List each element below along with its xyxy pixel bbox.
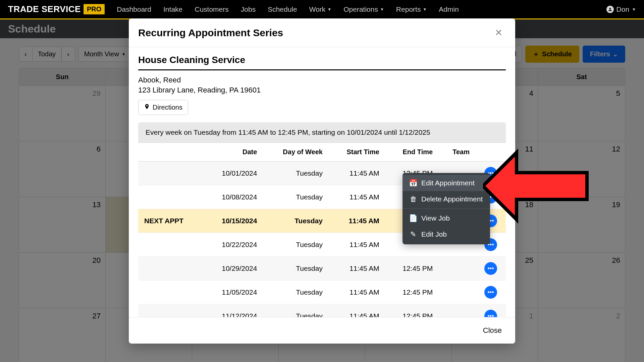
cell-dow: Tuesday <box>263 209 329 233</box>
nav-link-intake[interactable]: Intake <box>163 5 182 13</box>
modal-footer: Close <box>129 317 515 344</box>
col-date: Date <box>203 143 263 162</box>
next-appt-cell <box>138 257 203 281</box>
modal-close-button[interactable]: ✕ <box>491 26 506 40</box>
table-row: 10/29/2024Tuesday11:45 AM12:45 PM••• <box>138 257 506 281</box>
close-button[interactable]: Close <box>479 324 506 337</box>
nav-link-schedule[interactable]: Schedule <box>268 5 297 13</box>
cell-dow: Tuesday <box>263 233 329 257</box>
next-appt-cell <box>138 233 203 257</box>
brand-pro: PRO <box>84 4 105 14</box>
dropdown-item-edit-job[interactable]: ✎Edit Job <box>402 226 490 242</box>
user-icon <box>606 6 614 13</box>
ellipsis-icon: ••• <box>488 313 494 317</box>
col-blank <box>138 143 203 162</box>
brand-text: TRADE SERVICE <box>8 4 81 14</box>
table-row: 11/05/2024Tuesday11:45 AM12:45 PM••• <box>138 281 506 304</box>
row-action-dropdown: 📅Edit Appointment🗑Delete Appointment📄Vie… <box>402 173 490 244</box>
cell-dow: Tuesday <box>263 281 329 304</box>
nav-link-dashboard[interactable]: Dashboard <box>117 5 151 13</box>
ellipsis-icon: ••• <box>488 265 494 272</box>
top-nav: TRADE SERVICE PRO DashboardIntakeCustome… <box>0 0 644 19</box>
row-menu-button[interactable]: ••• <box>484 310 497 317</box>
trash-icon: 🗑 <box>410 195 417 203</box>
nav-link-jobs[interactable]: Jobs <box>241 5 256 13</box>
cell-dow: Tuesday <box>263 185 329 209</box>
cell-date: 10/01/2024 <box>203 162 263 185</box>
cell-date: 11/12/2024 <box>203 304 263 317</box>
next-appt-cell <box>138 185 203 209</box>
cell-end: 12:45 PM <box>385 257 439 281</box>
cell-date: 10/15/2024 <box>203 209 263 233</box>
dropdown-divider <box>402 208 490 209</box>
cell-start: 11:45 AM <box>329 162 385 185</box>
pencil-icon: ✎ <box>410 230 417 238</box>
col-end-time: End Time <box>385 143 439 162</box>
file-icon: 📄 <box>410 214 417 222</box>
dropdown-label: Delete Appointment <box>421 195 483 203</box>
col-start-time: Start Time <box>329 143 385 162</box>
nav-link-admin[interactable]: Admin <box>439 5 459 13</box>
dropdown-label: Edit Job <box>421 230 447 238</box>
customer-name: Abook, Reed <box>138 76 506 84</box>
cell-end: 12:45 PM <box>385 281 439 304</box>
table-row: 11/12/2024Tuesday11:45 AM12:45 PM••• <box>138 304 506 317</box>
nav-link-reports[interactable]: Reports▼ <box>396 5 427 13</box>
row-menu-button[interactable]: ••• <box>484 286 497 299</box>
cell-start: 11:45 AM <box>329 257 385 281</box>
cell-team <box>439 304 476 317</box>
row-menu-button[interactable]: ••• <box>484 262 497 275</box>
cell-date: 10/22/2024 <box>203 233 263 257</box>
cell-date: 10/08/2024 <box>203 185 263 209</box>
cell-actions: ••• <box>476 281 506 304</box>
cell-date: 10/29/2024 <box>203 257 263 281</box>
next-appt-cell <box>138 304 203 317</box>
chevron-down-icon: ▼ <box>327 7 331 12</box>
next-appt-cell: NEXT APPT <box>138 209 203 233</box>
nav-link-work[interactable]: Work▼ <box>309 5 332 13</box>
cell-actions: ••• <box>476 257 506 281</box>
ellipsis-icon: ••• <box>488 289 494 296</box>
close-label: Close <box>483 326 502 335</box>
nav-links: DashboardIntakeCustomersJobsScheduleWork… <box>117 5 459 13</box>
series-title: House Cleaning Service <box>138 55 506 70</box>
directions-button[interactable]: Directions <box>138 100 188 115</box>
brand: TRADE SERVICE PRO <box>8 4 105 14</box>
nav-user[interactable]: Don ▼ <box>606 5 636 13</box>
customer-address: 123 Library Lane, Reading, PA 19601 <box>138 86 506 95</box>
dropdown-item-edit-appointment[interactable]: 📅Edit Appointment <box>402 175 490 191</box>
cell-start: 11:45 AM <box>329 209 385 233</box>
next-appt-cell <box>138 162 203 185</box>
dropdown-label: Edit Appointment <box>421 179 475 187</box>
chevron-down-icon: ▼ <box>423 7 427 12</box>
cell-end: 12:45 PM <box>385 304 439 317</box>
dropdown-label: View Job <box>421 214 450 222</box>
calendar-icon: 📅 <box>410 179 417 187</box>
nav-link-customers[interactable]: Customers <box>195 5 229 13</box>
dropdown-item-delete-appointment[interactable]: 🗑Delete Appointment <box>402 191 490 207</box>
modal-title: Recurring Appointment Series <box>138 27 283 39</box>
col-team: Team <box>439 143 476 162</box>
cell-start: 11:45 AM <box>329 233 385 257</box>
nav-link-operations[interactable]: Operations▼ <box>343 5 384 13</box>
cell-start: 11:45 AM <box>329 281 385 304</box>
modal-overlay: Recurring Appointment Series ✕ House Cle… <box>0 19 644 362</box>
cell-dow: Tuesday <box>263 162 329 185</box>
nav-user-name: Don <box>616 5 630 13</box>
cell-dow: Tuesday <box>263 257 329 281</box>
cell-start: 11:45 AM <box>329 304 385 317</box>
cell-date: 11/05/2024 <box>203 281 263 304</box>
recurrence-summary: Every week on Tuesday from 11:45 AM to 1… <box>138 122 506 142</box>
modal-header: Recurring Appointment Series ✕ <box>129 18 515 47</box>
cell-actions: ••• <box>476 304 506 317</box>
dropdown-item-view-job[interactable]: 📄View Job <box>402 210 490 226</box>
location-icon <box>144 104 150 111</box>
chevron-down-icon: ▼ <box>380 7 384 12</box>
chevron-down-icon: ▼ <box>632 7 636 12</box>
cell-start: 11:45 AM <box>329 185 385 209</box>
close-icon: ✕ <box>495 27 502 38</box>
next-appt-cell <box>138 281 203 304</box>
cell-team <box>439 257 476 281</box>
cell-team <box>439 281 476 304</box>
directions-label: Directions <box>153 104 182 111</box>
